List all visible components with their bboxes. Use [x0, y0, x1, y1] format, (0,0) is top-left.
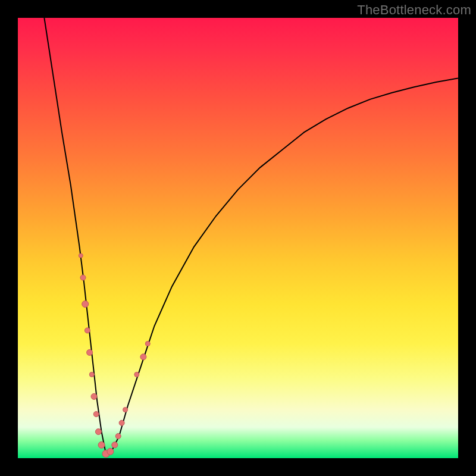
chart-frame: TheBottleneck.com	[0, 0, 476, 476]
plot-area	[18, 18, 458, 458]
data-marker	[89, 372, 94, 377]
data-marker	[84, 328, 90, 333]
chart-svg	[18, 18, 458, 458]
data-marker	[107, 448, 114, 455]
data-markers	[79, 253, 150, 457]
data-marker	[87, 349, 93, 355]
data-marker	[140, 354, 146, 360]
data-marker	[119, 420, 124, 425]
data-marker	[82, 301, 89, 308]
data-marker	[123, 408, 128, 412]
data-marker	[95, 429, 101, 435]
data-marker	[134, 372, 139, 377]
watermark-text: TheBottleneck.com	[357, 2, 471, 18]
bottleneck-curve	[44, 18, 458, 454]
data-marker	[91, 393, 97, 399]
data-marker	[98, 441, 105, 448]
data-marker	[93, 412, 99, 417]
data-marker	[145, 342, 150, 346]
data-marker	[115, 434, 121, 439]
data-marker	[112, 442, 118, 448]
data-marker	[80, 275, 86, 280]
data-marker	[79, 253, 83, 258]
